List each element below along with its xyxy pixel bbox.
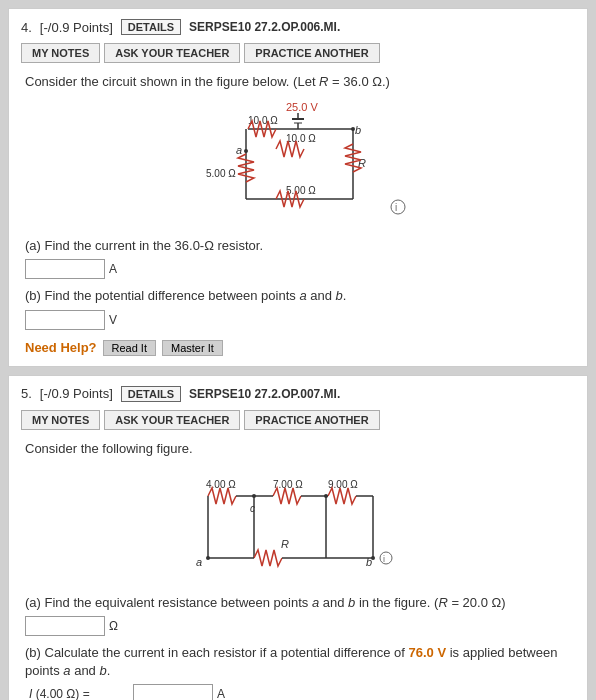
- details-badge-4[interactable]: DETAILS: [121, 19, 181, 35]
- problem-5-sub-a-input[interactable]: [25, 616, 105, 636]
- problem-5-points: [-/0.9 Points]: [40, 386, 113, 401]
- problem-5-number: 5.: [21, 386, 32, 401]
- problem-5-sub-a-unit: Ω: [109, 619, 118, 633]
- problem-5-code: SERPSE10 27.2.OP.007.MI.: [189, 387, 340, 401]
- svg-point-20: [391, 200, 405, 214]
- problem-4-actions: MY NOTES ASK YOUR TEACHER PRACTICE ANOTH…: [21, 43, 575, 63]
- svg-text:4.00 Ω: 4.00 Ω: [206, 479, 236, 490]
- ask-teacher-btn-4[interactable]: ASK YOUR TEACHER: [104, 43, 240, 63]
- svg-text:5.00 Ω: 5.00 Ω: [286, 185, 316, 196]
- problem-5-card: 5. [-/0.9 Points] DETAILS SERPSE10 27.2.…: [8, 375, 588, 700]
- svg-text:R: R: [281, 538, 289, 550]
- problem-5-header: 5. [-/0.9 Points] DETAILS SERPSE10 27.2.…: [21, 386, 575, 402]
- problem-4-sub-b-text: (b) Find the potential difference betwee…: [25, 287, 571, 305]
- problem-4-sub-b-unit: V: [109, 313, 117, 327]
- problem-4-body: Consider the circuit shown in the figure…: [21, 73, 575, 356]
- problem-4-sub-b-input[interactable]: [25, 310, 105, 330]
- problem-5-sub-parts: I (4.00 Ω) = A I (7.00 Ω) = A I (20.0 Ω)…: [29, 684, 571, 700]
- problem-4-sub-b: (b) Find the potential difference betwee…: [25, 287, 571, 329]
- problem-4-sub-a-text: (a) Find the current in the 36.0-Ω resis…: [25, 237, 571, 255]
- svg-point-26: [380, 552, 392, 564]
- problem-5-sub-a-input-row: Ω: [25, 616, 571, 636]
- read-it-btn-4[interactable]: Read It: [103, 340, 156, 356]
- problem-4-sub-b-input-row: V: [25, 310, 571, 330]
- page-container: 4. [-/0.9 Points] DETAILS SERPSE10 27.2.…: [0, 0, 596, 700]
- problem-5-intro: Consider the following figure.: [25, 440, 571, 458]
- svg-text:i: i: [383, 554, 385, 564]
- problem-5-body: Consider the following figure. a b i: [21, 440, 575, 700]
- problem-4-sub-a: (a) Find the current in the 36.0-Ω resis…: [25, 237, 571, 279]
- circuit-2-container: a b i 4.00 Ω 7.00 Ω: [25, 466, 571, 586]
- practice-another-btn-4[interactable]: PRACTICE ANOTHER: [244, 43, 379, 63]
- problem-5-sub-a-text: (a) Find the equivalent resistance betwe…: [25, 594, 571, 612]
- svg-text:a: a: [196, 556, 202, 568]
- my-notes-btn-4[interactable]: MY NOTES: [21, 43, 100, 63]
- need-help-label-4: Need Help?: [25, 340, 97, 355]
- svg-text:a: a: [236, 144, 242, 156]
- problem-4-number: 4.: [21, 20, 32, 35]
- problem-4-intro: Consider the circuit shown in the figure…: [25, 73, 571, 91]
- circuit-2-svg: a b i 4.00 Ω 7.00 Ω: [178, 466, 418, 586]
- details-badge-5[interactable]: DETAILS: [121, 386, 181, 402]
- problem-4-sub-a-input[interactable]: [25, 259, 105, 279]
- problem-4-header: 4. [-/0.9 Points] DETAILS SERPSE10 27.2.…: [21, 19, 575, 35]
- svg-text:i: i: [395, 202, 397, 213]
- svg-text:25.0 V: 25.0 V: [286, 101, 318, 113]
- problem-5-sub-a: (a) Find the equivalent resistance betwe…: [25, 594, 571, 636]
- sub-part-row-4ohm: I (4.00 Ω) = A: [29, 684, 571, 700]
- problem-4-card: 4. [-/0.9 Points] DETAILS SERPSE10 27.2.…: [8, 8, 588, 367]
- svg-text:b: b: [355, 124, 361, 136]
- practice-another-btn-5[interactable]: PRACTICE ANOTHER: [244, 410, 379, 430]
- circuit-1-svg: 25.0 V 10.0 Ω 10.0 Ω: [168, 99, 428, 229]
- svg-text:10.0 Ω: 10.0 Ω: [286, 133, 316, 144]
- my-notes-btn-5[interactable]: MY NOTES: [21, 410, 100, 430]
- problem-4-points: [-/0.9 Points]: [40, 20, 113, 35]
- problem-4-sub-a-input-row: A: [25, 259, 571, 279]
- master-it-btn-4[interactable]: Master It: [162, 340, 223, 356]
- problem-4-sub-a-unit: A: [109, 262, 117, 276]
- svg-text:5.00 Ω: 5.00 Ω: [206, 168, 236, 179]
- sub-part-label-4ohm: I (4.00 Ω) =: [29, 687, 129, 700]
- problem-5-actions: MY NOTES ASK YOUR TEACHER PRACTICE ANOTH…: [21, 410, 575, 430]
- sub-part-unit-4ohm: A: [217, 687, 225, 700]
- ask-teacher-btn-5[interactable]: ASK YOUR TEACHER: [104, 410, 240, 430]
- problem-4-code: SERPSE10 27.2.OP.006.MI.: [189, 20, 340, 34]
- problem-5-sub-b: (b) Calculate the current in each resist…: [25, 644, 571, 700]
- problem-5-sub-b-text: (b) Calculate the current in each resist…: [25, 644, 571, 680]
- sub-part-input-4ohm[interactable]: [133, 684, 213, 700]
- problem-4-need-help: Need Help? Read It Master It: [25, 340, 571, 356]
- circuit-1-container: 25.0 V 10.0 Ω 10.0 Ω: [25, 99, 571, 229]
